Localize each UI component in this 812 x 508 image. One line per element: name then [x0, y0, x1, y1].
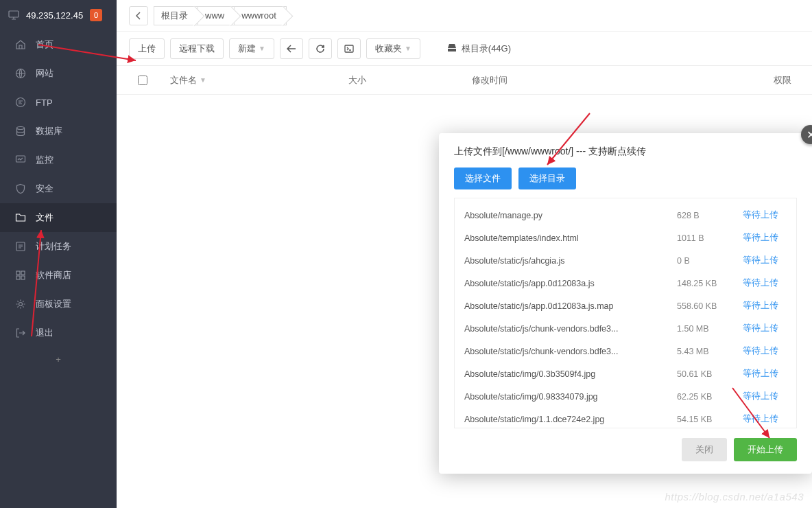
svg-point-10 [19, 303, 23, 306]
sidebar-item-shield[interactable]: 安全 [0, 174, 117, 203]
file-status: 等待上传 [743, 323, 787, 334]
db-icon [15, 126, 26, 137]
svg-rect-8 [16, 276, 20, 279]
sidebar-item-store[interactable]: 软件商店 [0, 261, 117, 290]
breadcrumb-back[interactable] [129, 6, 148, 25]
sidebar-item-task[interactable]: 计划任务 [0, 232, 117, 261]
file-status: 等待上传 [743, 277, 787, 289]
server-ip: 49.235.122.45 [26, 10, 83, 21]
file-name: Absolute/static/js/ahcgia.js [464, 256, 677, 266]
file-status: 等待上传 [743, 368, 787, 380]
sidebar-item-label: 面板设置 [36, 298, 71, 310]
modal-title: 上传文件到[/www/wwwroot/] --- 支持断点续传 [439, 133, 812, 168]
file-status: 等待上传 [743, 209, 787, 221]
sidebar-item-label: 首页 [36, 38, 53, 51]
svg-rect-7 [21, 271, 25, 275]
upload-file-row: Absolute/static/img/0.98334079.jpg62.25 … [455, 385, 796, 408]
sidebar-item-monitor[interactable]: 监控 [0, 146, 117, 174]
start-upload-button[interactable]: 开始上传 [734, 438, 797, 461]
disk-icon [446, 43, 457, 54]
file-name: Absolute/templates/index.html [464, 233, 677, 243]
back-icon-button[interactable] [280, 38, 303, 59]
svg-rect-4 [16, 156, 25, 162]
svg-rect-0 [9, 11, 19, 17]
sidebar-item-home[interactable]: 首页 [0, 30, 117, 59]
breadcrumb: 根目录wwwwwwroot [117, 0, 812, 32]
file-size: 1011 B [677, 233, 743, 243]
table-header: 文件名 ▼ 大小 修改时间 权限 [117, 66, 812, 95]
upload-modal: ✕ 上传文件到[/www/wwwroot/] --- 支持断点续传 选择文件 选… [439, 133, 812, 474]
upload-file-list: Absolute/manage.py628 B等待上传Absolute/temp… [454, 198, 797, 428]
col-time[interactable]: 修改时间 [472, 74, 623, 86]
upload-file-row: Absolute/static/js/ahcgia.js0 B等待上传 [455, 249, 796, 272]
sidebar-item-folder[interactable]: 文件 [0, 203, 117, 232]
upload-file-row: Absolute/static/img/0.3b3509f4.jpg50.61 … [455, 362, 796, 385]
task-icon [15, 241, 26, 252]
upload-file-row: Absolute/static/js/app.0d12083a.js148.25… [455, 272, 796, 295]
sidebar-header: 49.235.122.45 0 [0, 0, 117, 30]
select-file-button[interactable]: 选择文件 [454, 168, 512, 189]
file-size: 0 B [677, 256, 743, 266]
monitor-icon [15, 154, 26, 165]
sidebar-item-label: 网站 [36, 67, 53, 80]
file-size: 54.15 KB [677, 415, 743, 424]
sidebar-item-label: 文件 [36, 211, 53, 224]
file-status: 等待上传 [743, 255, 787, 266]
sidebar-item-label: FTP [36, 97, 53, 108]
file-status: 等待上传 [743, 345, 787, 357]
watermark: https://blog.csdn.net/a1a543 [665, 491, 804, 503]
notification-badge[interactable]: 0 [90, 9, 102, 21]
ftp-icon [15, 97, 26, 108]
select-all-checkbox[interactable] [138, 76, 147, 85]
monitor-icon [8, 10, 19, 21]
folder-icon [15, 212, 26, 223]
sidebar-item-db[interactable]: 数据库 [0, 117, 117, 146]
upload-file-row: Absolute/manage.py628 B等待上传 [455, 204, 796, 227]
shield-icon [15, 183, 26, 194]
upload-file-row: Absolute/templates/index.html1011 B等待上传 [455, 227, 796, 249]
sidebar-item-globe[interactable]: 网站 [0, 59, 117, 88]
breadcrumb-segment[interactable]: wwwroot [234, 6, 287, 25]
file-name: Absolute/manage.py [464, 211, 677, 220]
remote-download-button[interactable]: 远程下载 [170, 38, 224, 59]
col-perm[interactable]: 权限 [623, 74, 800, 86]
breadcrumb-segment[interactable]: 根目录 [154, 6, 198, 25]
svg-rect-9 [21, 276, 25, 279]
file-size: 5.43 MB [677, 347, 743, 356]
file-name: Absolute/static/js/chunk-vendors.bdfe3..… [464, 347, 677, 356]
sort-icon: ▼ [200, 76, 206, 84]
close-button[interactable]: 关闭 [682, 438, 727, 461]
exit-icon [15, 327, 26, 338]
terminal-icon-button[interactable] [337, 38, 361, 59]
file-name: Absolute/static/img/1.1.dce724e2.jpg [464, 415, 677, 424]
select-dir-button[interactable]: 选择目录 [518, 168, 576, 189]
upload-file-row: Absolute/static/js/app.0d12083a.js.map55… [455, 295, 796, 317]
disk-info: 根目录(44G) [446, 43, 511, 55]
globe-icon [15, 68, 26, 79]
chevron-down-icon: ▼ [405, 45, 411, 52]
new-button[interactable]: 新建 ▼ [229, 38, 274, 59]
sidebar-item-label: 安全 [36, 183, 53, 195]
svg-point-3 [17, 127, 25, 130]
chevron-down-icon: ▼ [259, 45, 265, 52]
svg-rect-6 [16, 271, 20, 275]
sidebar-item-ftp[interactable]: FTP [0, 88, 117, 117]
sidebar-item-exit[interactable]: 退出 [0, 319, 117, 347]
sidebar-item-gear[interactable]: 面板设置 [0, 290, 117, 319]
file-status: 等待上传 [743, 232, 787, 244]
sidebar-item-label: 软件商店 [36, 269, 71, 281]
favorites-button[interactable]: 收藏夹 ▼ [366, 38, 420, 59]
file-size: 62.25 KB [677, 392, 743, 402]
sidebar-item-label: 数据库 [36, 125, 62, 137]
refresh-icon-button[interactable] [309, 38, 332, 59]
toolbar: 上传 远程下载 新建 ▼ 收藏夹 ▼ 根目录(44G) [117, 32, 812, 66]
sidebar-add[interactable]: + [0, 347, 117, 371]
sidebar-item-label: 退出 [36, 327, 53, 339]
file-size: 1.50 MB [677, 324, 743, 334]
col-filename[interactable]: 文件名 ▼ [156, 74, 348, 86]
col-size[interactable]: 大小 [348, 74, 472, 86]
upload-file-row: Absolute/static/js/chunk-vendors.bdfe3..… [455, 340, 796, 362]
file-size: 148.25 KB [677, 279, 743, 288]
store-icon [15, 270, 26, 281]
upload-button[interactable]: 上传 [129, 38, 165, 59]
